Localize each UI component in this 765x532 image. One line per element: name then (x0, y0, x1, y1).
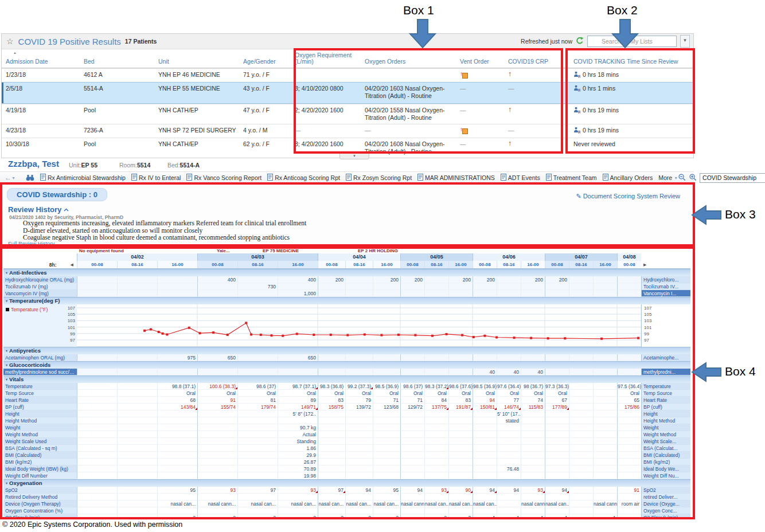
flowsheet-cell[interactable]: 143/84 (157, 404, 197, 410)
column-header-oxygen-orders[interactable]: Oxygen Orders (361, 49, 456, 68)
flowsheet-cell[interactable] (77, 507, 117, 514)
flowsheet-cell[interactable]: 94 (545, 487, 569, 494)
flowsheet-cell[interactable] (400, 494, 424, 500)
time-column-header[interactable]: 08-16 (569, 261, 593, 268)
flowsheet-cell[interactable]: nasal can... (545, 500, 569, 507)
flowsheet-cell[interactable] (448, 431, 473, 438)
flowsheet-cell[interactable] (473, 417, 497, 424)
time-column-header[interactable]: 16-00 (373, 261, 400, 268)
flowsheet-cell[interactable]: 2 (345, 514, 373, 517)
flowsheet-cell[interactable] (345, 438, 373, 445)
flowsheet-cell[interactable]: Oral (424, 390, 448, 397)
flowsheet-cell[interactable]: nasal cann... (400, 500, 424, 507)
flowsheet-cell[interactable] (424, 417, 448, 424)
flowsheet-cell[interactable] (400, 452, 424, 459)
flowsheet-cell[interactable] (521, 431, 545, 438)
flowsheet-cell[interactable] (345, 452, 373, 459)
flowsheet-cell[interactable] (473, 431, 497, 438)
flowsheet-cell[interactable] (448, 290, 473, 297)
section-collapse-icon[interactable]: ▾ (6, 298, 7, 304)
flowsheet-cell[interactable]: 98 (36.7) (521, 383, 545, 390)
flowsheet-cell[interactable]: 99.2 (37.3) (345, 383, 373, 390)
section-collapse-icon[interactable]: ▾ (6, 269, 7, 276)
flowsheet-cell[interactable] (117, 397, 157, 404)
flowsheet-cell[interactable] (497, 445, 521, 452)
flowsheet-cell[interactable]: 179/74 (237, 404, 278, 410)
flowsheet-cell[interactable] (617, 514, 641, 517)
flowsheet-cell[interactable] (345, 417, 373, 424)
date-group-04-02[interactable]: 04/02 (77, 253, 197, 261)
flowsheet-cell[interactable] (237, 276, 278, 283)
date-group-04-07[interactable]: 04/07 (545, 253, 617, 261)
flowsheet-row-label-right[interactable]: Temperature (641, 383, 690, 390)
flowsheet-cell[interactable]: 139/72 (345, 404, 373, 410)
stewardship-score-tab[interactable]: COVID Stewardship : 0 (7, 188, 107, 201)
flowsheet-row-label[interactable]: SpO2 (3, 487, 77, 494)
flowsheet-cell[interactable] (318, 424, 345, 431)
flowsheet-cell[interactable] (569, 383, 593, 390)
flowsheet-cell[interactable]: 191/87 (448, 404, 473, 410)
flowsheet-cell[interactable] (117, 431, 157, 438)
flowsheet-cell[interactable] (545, 445, 569, 452)
flowsheet-cell[interactable]: 83 (318, 397, 345, 404)
flowsheet-cell[interactable]: nasal can... (157, 500, 197, 507)
flowsheet-cell[interactable] (318, 354, 345, 361)
flowsheet-cell[interactable] (237, 445, 278, 452)
flowsheet-cell[interactable]: 2 (278, 514, 318, 517)
flowsheet-cell[interactable] (521, 438, 545, 445)
flowsheet-cell[interactable] (318, 494, 345, 500)
flowsheet-cell[interactable] (345, 424, 373, 431)
flowsheet-cell[interactable]: Oral (521, 390, 545, 397)
column-header-age-gender[interactable]: Age/Gender (239, 49, 291, 68)
flowsheet-cell[interactable] (197, 424, 237, 431)
toolbar-item-rx-anticoag-scoring-rpt[interactable]: Rx Anticoag Scoring Rpt (267, 174, 340, 182)
flowsheet-cell[interactable]: 149/71 (278, 404, 318, 410)
flowsheet-cell[interactable] (448, 445, 473, 452)
flowsheet-cell[interactable]: 98.5 (36.9) (373, 383, 400, 390)
section-collapse-icon[interactable]: ▾ (6, 362, 7, 369)
time-column-header[interactable]: 00-08 (473, 261, 497, 268)
flowsheet-cell[interactable] (77, 397, 117, 404)
flowsheet-cell[interactable]: 65 (617, 397, 641, 404)
flowsheet-cell[interactable]: 400 (197, 276, 237, 283)
flowsheet-cell[interactable] (569, 369, 593, 375)
flowsheet-cell[interactable] (400, 424, 424, 431)
flowsheet-cell[interactable] (345, 494, 373, 500)
flowsheet-row-label-right[interactable]: Device (Oxyge... (641, 500, 690, 507)
flowsheet-cell[interactable]: 146/74 (497, 404, 521, 410)
flowsheet-cell[interactable] (473, 410, 497, 417)
date-group-04-08[interactable]: 04/08 (617, 253, 641, 261)
time-column-header[interactable]: 00-08 (400, 261, 424, 268)
flowsheet-cell[interactable]: 650 (278, 354, 318, 361)
flowsheet-cell[interactable] (521, 283, 545, 290)
flowsheet-cell[interactable] (593, 390, 617, 397)
patient-row[interactable]: 1/23/184612 AYNH EP 46 MEDICINE71 y.o. /… (2, 68, 693, 82)
flowsheet-cell[interactable]: stated (497, 417, 521, 424)
time-column-header[interactable]: 08-16 (345, 261, 373, 268)
flowsheet-cell[interactable]: 98.6 (37.6) (448, 383, 473, 390)
flowsheet-cell[interactable] (593, 354, 617, 361)
binoculars-icon[interactable] (26, 174, 34, 181)
time-column-header[interactable]: 00-08 (617, 261, 641, 268)
flowsheet-cell[interactable] (77, 417, 117, 424)
flowsheet-cell[interactable] (424, 438, 448, 445)
flowsheet-cell[interactable]: 123/68 (373, 404, 400, 410)
flowsheet-row-label-right[interactable]: Hydroxychloro... (641, 276, 690, 283)
flowsheet-cell[interactable] (117, 514, 157, 517)
flowsheet-cell[interactable]: 175/86 (617, 404, 641, 410)
toolbar-item-rx-vanco-scoring-report[interactable]: Rx Vanco Scoring Report (186, 174, 261, 182)
flowsheet-cell[interactable] (345, 276, 373, 283)
flowsheet-cell[interactable] (424, 466, 448, 472)
patient-row[interactable]: 4/23/187236-AYNH SP 72 PEDI SURGERY4 y.o… (2, 124, 693, 138)
flowsheet-cell[interactable] (545, 424, 569, 431)
flowsheet-row-label[interactable]: Tocilizumab IV (mg) (3, 283, 77, 290)
flowsheet-cell[interactable] (117, 410, 157, 417)
flowsheet-cell[interactable] (569, 283, 593, 290)
flowsheet-cell[interactable] (373, 369, 400, 375)
flowsheet-cell[interactable]: 200 (545, 276, 569, 283)
flowsheet-cell[interactable]: 93 (521, 487, 545, 494)
flowsheet-row-label[interactable]: BP (cuff) (3, 404, 77, 410)
flowsheet-cell[interactable] (117, 500, 157, 507)
flowsheet-cell[interactable] (497, 354, 521, 361)
flowsheet-cell[interactable] (617, 424, 641, 431)
